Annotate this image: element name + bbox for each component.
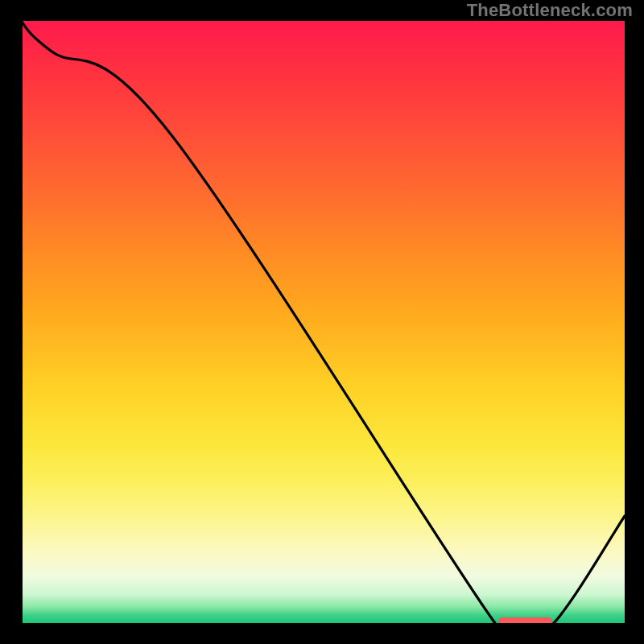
plot-area bbox=[21, 21, 625, 625]
bottleneck-curve bbox=[21, 21, 625, 625]
bottleneck-curve-path bbox=[21, 21, 625, 644]
watermark-label: TheBottleneck.com bbox=[467, 0, 633, 21]
optimum-marker bbox=[498, 617, 553, 626]
chart-stage: TheBottleneck.com bbox=[0, 0, 644, 644]
